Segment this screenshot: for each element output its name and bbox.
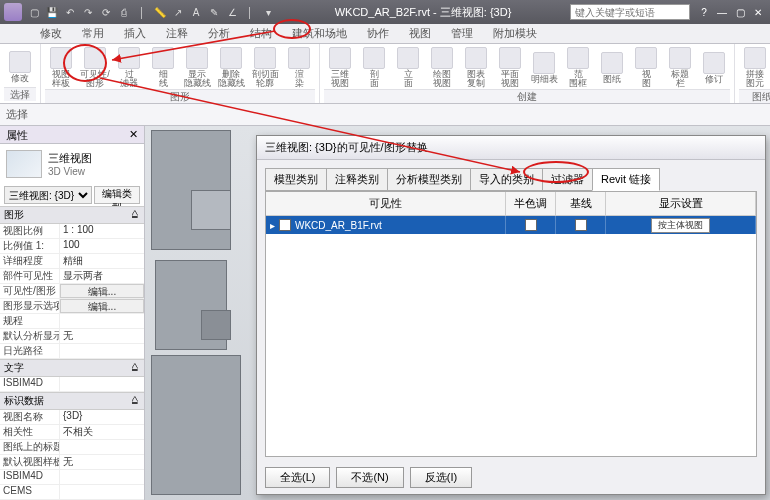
qat-open-icon[interactable]: ▢ xyxy=(26,4,42,20)
ribbon-button[interactable]: 细线 xyxy=(147,46,179,89)
dialog-tab[interactable]: 过滤器 xyxy=(542,168,593,191)
edit-type-button[interactable]: 编辑类型 xyxy=(94,186,140,204)
ribbon-button[interactable]: 视图样板 xyxy=(45,46,77,89)
qat-undo-icon[interactable]: ↶ xyxy=(62,4,78,20)
menu-tab[interactable]: 插入 xyxy=(114,24,156,43)
property-value[interactable]: 100 xyxy=(60,239,144,253)
property-value[interactable] xyxy=(60,440,144,454)
dialog-tab[interactable]: 模型类别 xyxy=(265,168,327,191)
menu-tab[interactable]: 注释 xyxy=(156,24,198,43)
app-icon[interactable] xyxy=(4,3,22,21)
halftone-checkbox[interactable] xyxy=(525,219,537,231)
underlay-checkbox[interactable] xyxy=(575,219,587,231)
dialog-tab[interactable]: Revit 链接 xyxy=(592,168,660,191)
qat-dropdown-icon[interactable]: ▾ xyxy=(260,4,276,20)
dialog-tab[interactable]: 导入的类别 xyxy=(470,168,543,191)
ribbon-button[interactable]: 修改 xyxy=(4,50,36,84)
property-value[interactable] xyxy=(60,485,144,499)
property-value[interactable] xyxy=(60,470,144,484)
ribbon-button[interactable]: 可见性/图形 xyxy=(79,46,111,89)
visibility-checkbox[interactable] xyxy=(279,219,291,231)
dialog-tab[interactable]: 注释类别 xyxy=(326,168,388,191)
property-row[interactable]: 图形显示选项编辑... xyxy=(0,299,144,314)
close-panel-icon[interactable]: ✕ xyxy=(129,128,138,141)
search-input[interactable] xyxy=(570,4,690,20)
ribbon-button[interactable]: 绘图视图 xyxy=(426,46,458,89)
maximize-icon[interactable]: ▢ xyxy=(732,5,748,19)
close-icon[interactable]: ✕ xyxy=(750,5,766,19)
property-category[interactable]: 图形⩠ xyxy=(0,206,144,224)
menu-tab[interactable]: 视图 xyxy=(399,24,441,43)
ribbon-button[interactable]: 标题栏 xyxy=(664,46,696,89)
menu-tab[interactable]: 常用 xyxy=(72,24,114,43)
menu-tab[interactable]: 修改 xyxy=(30,24,72,43)
property-value[interactable]: 1 : 100 xyxy=(60,224,144,238)
ribbon-button[interactable]: 删除隐藏线 xyxy=(215,46,247,89)
qat-sample-icon[interactable]: ✎ xyxy=(206,4,222,20)
select-none-button[interactable]: 不选(N) xyxy=(336,467,403,488)
qat-save-icon[interactable]: 💾 xyxy=(44,4,60,20)
ribbon-button[interactable]: 修订 xyxy=(698,51,730,85)
help-icon[interactable]: ? xyxy=(696,5,712,19)
menu-tab[interactable]: 管理 xyxy=(441,24,483,43)
menu-tab[interactable]: 附加模块 xyxy=(483,24,547,43)
ribbon-button[interactable]: 渲染 xyxy=(283,46,315,89)
qat-angle-icon[interactable]: ∠ xyxy=(224,4,240,20)
property-value[interactable]: {3D} xyxy=(60,410,144,424)
property-row[interactable]: 视图比例1 : 100 xyxy=(0,224,144,239)
property-value[interactable]: 无 xyxy=(60,329,144,343)
ribbon-button[interactable]: 明细表 xyxy=(528,51,560,85)
invert-selection-button[interactable]: 反选(I) xyxy=(410,467,472,488)
property-category[interactable]: 标识数据⩠ xyxy=(0,392,144,410)
property-row[interactable]: 默认视图样板无 xyxy=(0,455,144,470)
ribbon-button[interactable]: 三维视图 xyxy=(324,46,356,89)
ribbon-button[interactable]: 剖切面轮廓 xyxy=(249,46,281,89)
ribbon-button[interactable]: 剖面 xyxy=(358,46,390,89)
property-row[interactable]: ISBIM4D xyxy=(0,377,144,392)
expand-icon[interactable]: ▸ xyxy=(270,220,275,231)
property-value[interactable] xyxy=(60,344,144,358)
property-value[interactable]: 无 xyxy=(60,455,144,469)
property-row[interactable]: CEMS xyxy=(0,485,144,500)
menu-tab[interactable]: 建筑和场地 xyxy=(282,24,357,43)
ribbon-button[interactable]: 范围框 xyxy=(562,46,594,89)
property-row[interactable]: 默认分析显示无 xyxy=(0,329,144,344)
link-row[interactable]: ▸ WKCD_AR_B1F.rvt 按主体视图 xyxy=(266,216,756,234)
select-all-button[interactable]: 全选(L) xyxy=(265,467,330,488)
ribbon-button[interactable]: 显示隐藏线 xyxy=(181,46,213,89)
property-row[interactable]: 日光路径 xyxy=(0,344,144,359)
property-value[interactable] xyxy=(60,314,144,328)
display-settings-button[interactable]: 按主体视图 xyxy=(651,218,710,233)
property-value[interactable] xyxy=(60,377,144,391)
property-row[interactable]: 视图名称{3D} xyxy=(0,410,144,425)
ribbon-button[interactable]: 拼接图元 xyxy=(739,46,770,89)
property-row[interactable]: 图纸上的标题 xyxy=(0,440,144,455)
menu-tab[interactable]: 分析 xyxy=(198,24,240,43)
ribbon-button[interactable]: 视图 xyxy=(630,46,662,89)
qat-sync-icon[interactable]: ⟳ xyxy=(98,4,114,20)
qat-redo-icon[interactable]: ↷ xyxy=(80,4,96,20)
property-value[interactable]: 精细 xyxy=(60,254,144,268)
minimize-icon[interactable]: — xyxy=(714,5,730,19)
qat-arrow-icon[interactable]: ↗ xyxy=(170,4,186,20)
property-row[interactable]: ISBIM4D xyxy=(0,470,144,485)
property-row[interactable]: 规程 xyxy=(0,314,144,329)
property-row[interactable]: 详细程度精细 xyxy=(0,254,144,269)
property-edit-button[interactable]: 编辑... xyxy=(60,284,144,298)
ribbon-button[interactable]: 立面 xyxy=(392,46,424,89)
menu-tab[interactable]: 结构 xyxy=(240,24,282,43)
property-value[interactable]: 不相关 xyxy=(60,425,144,439)
type-selector[interactable]: 三维视图: {3D} xyxy=(4,186,92,204)
property-value[interactable]: 显示两者 xyxy=(60,269,144,283)
property-row[interactable]: 相关性不相关 xyxy=(0,425,144,440)
property-edit-button[interactable]: 编辑... xyxy=(60,299,144,313)
ribbon-button[interactable]: 平面视图 xyxy=(494,46,526,89)
property-row[interactable]: 可见性/图形编辑... xyxy=(0,284,144,299)
ribbon-button[interactable]: 图表复制 xyxy=(460,46,492,89)
qat-measure-icon[interactable]: 📏 xyxy=(152,4,168,20)
qat-text-icon[interactable]: A xyxy=(188,4,204,20)
property-category[interactable]: 文字⩠ xyxy=(0,359,144,377)
menu-tab[interactable]: 协作 xyxy=(357,24,399,43)
property-row[interactable]: 部件可见性显示两者 xyxy=(0,269,144,284)
ribbon-button[interactable]: 过滤器 xyxy=(113,46,145,89)
